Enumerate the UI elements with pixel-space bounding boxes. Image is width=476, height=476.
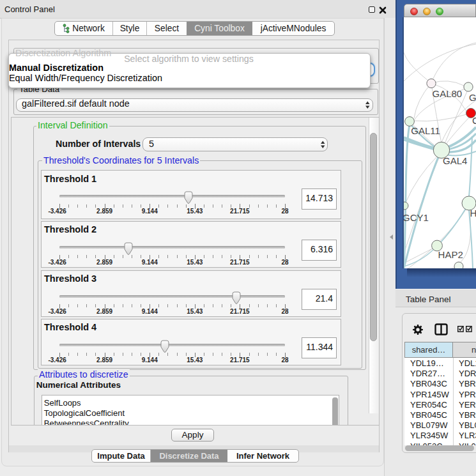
svg-text:GCY1: GCY1 [404,212,429,223]
svg-text:GAL80: GAL80 [433,88,463,99]
svg-text:C: C [472,115,476,126]
svg-text:HAP2: HAP2 [438,249,463,260]
svg-text:GAL4: GAL4 [443,155,467,166]
svg-text:GAL11: GAL11 [411,125,440,136]
svg-text:GA: GA [469,92,476,103]
svg-text:H: H [470,208,476,219]
